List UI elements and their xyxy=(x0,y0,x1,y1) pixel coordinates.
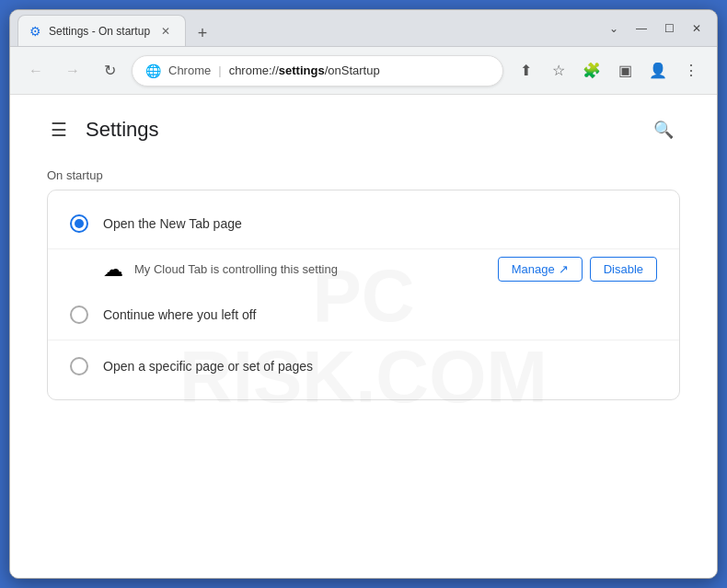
tabs-row: ⚙ Settings - On startup ✕ + xyxy=(17,10,597,46)
window-controls: ⌄ — ☐ ✕ xyxy=(601,16,710,41)
manage-button[interactable]: Manage ↗ xyxy=(498,257,583,282)
restore-button[interactable]: ⌄ xyxy=(601,16,627,41)
radio-continue[interactable] xyxy=(70,306,88,324)
tab-favicon: ⚙ xyxy=(29,24,41,39)
url-prefix: chrome:// xyxy=(229,63,279,77)
manage-external-icon: ↗ xyxy=(559,262,569,276)
extensions-button[interactable]: 🧩 xyxy=(577,56,606,86)
tab-close-button[interactable]: ✕ xyxy=(157,23,174,40)
extension-cloud-icon: ☁ xyxy=(103,258,123,282)
radio-new-tab[interactable] xyxy=(70,214,88,233)
option-continue[interactable]: Continue where you left off xyxy=(48,289,679,340)
extension-row: ☁ My Cloud Tab is controlling this setti… xyxy=(48,249,679,289)
page-header: ☰ Settings 🔍 xyxy=(47,113,680,146)
menu-button[interactable]: ⋮ xyxy=(676,56,706,86)
forward-button[interactable]: → xyxy=(58,56,87,86)
disable-label: Disable xyxy=(604,262,643,276)
share-button[interactable]: ⬆ xyxy=(511,56,540,86)
address-bar: ← → ↻ 🌐 Chrome | chrome://settings/onSta… xyxy=(10,47,717,95)
radio-new-tab-inner xyxy=(75,219,84,228)
url-suffix: /onStartup xyxy=(325,63,380,77)
title-bar: ⚙ Settings - On startup ✕ + ⌄ — ☐ ✕ xyxy=(10,10,717,47)
option-specific-page-label: Open a specific page or set of pages xyxy=(103,359,657,374)
address-input[interactable]: 🌐 Chrome | chrome://settings/onStartup xyxy=(132,55,503,86)
maximize-button[interactable]: ☐ xyxy=(656,16,682,41)
profile-button[interactable]: 👤 xyxy=(643,56,673,86)
option-specific-page[interactable]: Open a specific page or set of pages xyxy=(48,340,679,392)
settings-card: Open the New Tab page ☁ My Cloud Tab is … xyxy=(47,190,680,400)
new-tab-button[interactable]: + xyxy=(190,20,215,46)
toolbar-icons: ⬆ ☆ 🧩 ▣ 👤 ⋮ xyxy=(511,56,706,86)
url-separator: | xyxy=(218,63,221,77)
extension-buttons: Manage ↗ Disable xyxy=(498,257,657,282)
url-display: chrome://settings/onStartup xyxy=(229,63,490,77)
page-title: Settings xyxy=(86,118,159,142)
option-new-tab-label: Open the New Tab page xyxy=(103,216,657,231)
minimize-button[interactable]: — xyxy=(629,16,654,41)
active-tab[interactable]: ⚙ Settings - On startup ✕ xyxy=(17,15,186,46)
page-header-left: ☰ Settings xyxy=(47,115,159,144)
chrome-label: Chrome xyxy=(168,63,211,77)
hamburger-menu-button[interactable]: ☰ xyxy=(47,115,71,144)
on-startup-section: On startup Open the New Tab page ☁ My Cl… xyxy=(47,168,680,400)
disable-button[interactable]: Disable xyxy=(590,257,657,282)
sidebar-button[interactable]: ▣ xyxy=(610,56,640,86)
close-button[interactable]: ✕ xyxy=(684,16,710,41)
settings-search-button[interactable]: 🔍 xyxy=(647,113,680,146)
url-bold: settings xyxy=(279,63,325,77)
manage-label: Manage xyxy=(512,262,555,276)
tab-title: Settings - On startup xyxy=(49,25,150,38)
globe-icon: 🌐 xyxy=(145,63,161,78)
back-button[interactable]: ← xyxy=(21,56,51,86)
browser-window: ⚙ Settings - On startup ✕ + ⌄ — ☐ ✕ ← → … xyxy=(9,9,718,579)
option-new-tab[interactable]: Open the New Tab page xyxy=(48,198,679,249)
radio-specific-page[interactable] xyxy=(70,357,88,375)
section-title: On startup xyxy=(47,168,680,182)
reload-button[interactable]: ↻ xyxy=(95,56,124,86)
content-area: PCRISK.COM ☰ Settings 🔍 On startup Open … xyxy=(10,95,717,578)
extension-label: My Cloud Tab is controlling this setting xyxy=(134,262,487,276)
option-continue-label: Continue where you left off xyxy=(103,307,657,322)
bookmark-button[interactable]: ☆ xyxy=(544,56,573,86)
